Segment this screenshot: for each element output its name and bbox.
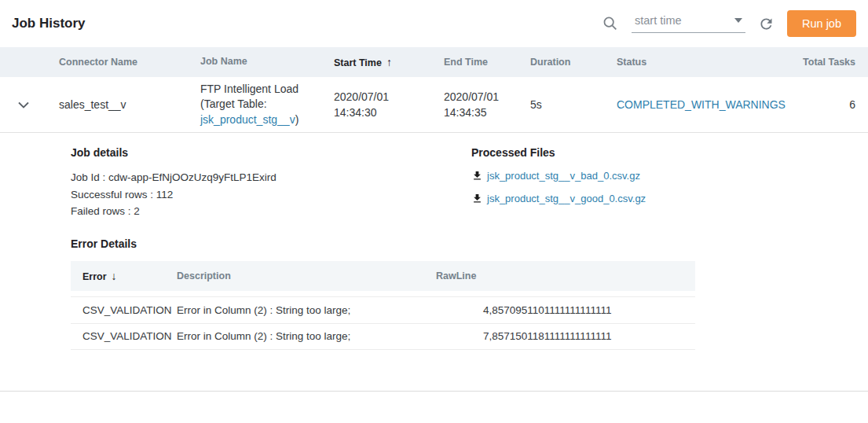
error-table-row: CSV_VALIDATION Error in Column (2) : Str… bbox=[71, 296, 695, 323]
sort-ascending-icon: ↑ bbox=[386, 56, 392, 68]
header-duration[interactable]: Duration bbox=[518, 57, 605, 68]
refresh-icon[interactable] bbox=[758, 16, 775, 32]
page-title: Job History bbox=[12, 16, 86, 31]
cell-total-tasks: 6 bbox=[786, 98, 868, 111]
cell-rawline: 7,8571501181111111111111 bbox=[420, 330, 695, 342]
jobs-table-header: Connector Name Job Name Start Time↑ End … bbox=[0, 47, 868, 77]
search-icon[interactable] bbox=[602, 15, 619, 32]
cell-error: CSV_VALIDATION bbox=[71, 330, 169, 342]
toolbar: start time Run job bbox=[602, 10, 856, 37]
error-details-title: Error Details bbox=[71, 237, 868, 250]
header-start-time[interactable]: Start Time↑ bbox=[322, 54, 432, 70]
status-link[interactable]: COMPLETED_WITH_WARNINGS bbox=[617, 98, 786, 111]
error-table-header: Error↓ Description RawLine bbox=[71, 261, 695, 291]
top-bar: Job History start time Run job bbox=[0, 0, 868, 47]
processed-files-title: Processed Files bbox=[471, 146, 646, 159]
cell-end-time: 2020/07/01 14:34:35 bbox=[432, 89, 518, 121]
file-link-row: jsk_product_stg__v_good_0.csv.gz bbox=[471, 193, 646, 204]
error-details-table: Error↓ Description RawLine CSV_VALIDATIO… bbox=[71, 261, 695, 350]
cell-description: Error in Column (2) : String too large; bbox=[169, 304, 420, 316]
bad-file-download-link[interactable]: jsk_product_stg__v_bad_0.csv.gz bbox=[487, 170, 640, 182]
failed-rows-line: Failed rows : 2 bbox=[71, 203, 868, 220]
job-details-lines: Job Id : cdw-app-EfNjOOzUzq9yFtLP1Exird … bbox=[71, 169, 868, 220]
header-job-name[interactable]: Job Name bbox=[189, 55, 322, 69]
end-date: 2020/07/01 bbox=[444, 89, 518, 105]
header-error-label: Error bbox=[82, 271, 107, 282]
header-end-time[interactable]: End Time bbox=[432, 55, 518, 69]
end-clock: 14:34:35 bbox=[444, 105, 518, 120]
successful-rows-line: Successful rows : 112 bbox=[71, 186, 868, 204]
header-total-tasks[interactable]: Total Tasks bbox=[786, 57, 868, 68]
run-job-button[interactable]: Run job bbox=[787, 10, 856, 37]
header-rawline[interactable]: RawLine bbox=[420, 270, 695, 281]
error-table-row: CSV_VALIDATION Error in Column (2) : Str… bbox=[71, 323, 695, 350]
cell-error: CSV_VALIDATION bbox=[71, 304, 169, 316]
expanded-detail-panel: Job details Job Id : cdw-app-EfNjOOzUzq9… bbox=[0, 133, 868, 220]
cell-connector-name: sales_test__v bbox=[47, 98, 189, 111]
job-id-line: Job Id : cdw-app-EfNjOOzUzq9yFtLP1Exird bbox=[71, 169, 868, 186]
collapse-row-chevron-icon[interactable] bbox=[17, 101, 30, 109]
chevron-down-icon bbox=[734, 18, 742, 23]
job-history-page: Job History start time Run job Connec bbox=[0, 0, 868, 423]
header-description[interactable]: Description bbox=[169, 270, 420, 281]
header-error[interactable]: Error↓ bbox=[71, 270, 169, 282]
job-row: sales_test__v FTP Intelligent Load (Targ… bbox=[0, 77, 868, 133]
download-icon bbox=[471, 193, 483, 204]
job-name-close: ) bbox=[295, 113, 299, 126]
filter-column-select[interactable]: start time bbox=[632, 14, 745, 33]
header-connector-name[interactable]: Connector Name bbox=[47, 57, 189, 68]
start-clock: 14:34:30 bbox=[334, 105, 432, 120]
cell-description: Error in Column (2) : String too large; bbox=[169, 330, 420, 342]
start-date: 2020/07/01 bbox=[334, 89, 432, 105]
header-status[interactable]: Status bbox=[605, 57, 786, 68]
bottom-divider bbox=[0, 391, 868, 392]
filter-select-value: start time bbox=[635, 14, 682, 27]
cell-start-time: 2020/07/01 14:34:30 bbox=[322, 89, 432, 121]
job-details-title: Job details bbox=[71, 146, 868, 159]
file-link-row: jsk_product_stg__v_bad_0.csv.gz bbox=[471, 170, 646, 182]
processed-files-section: Processed Files jsk_product_stg__v_bad_0… bbox=[471, 146, 646, 204]
job-name-text: FTP Intelligent Load (Target Table: bbox=[200, 83, 298, 111]
error-table-gap bbox=[71, 291, 695, 296]
cell-job-name: FTP Intelligent Load (Target Table: jsk_… bbox=[189, 82, 322, 128]
target-table-link[interactable]: jsk_product_stg__v bbox=[200, 113, 295, 126]
good-file-download-link[interactable]: jsk_product_stg__v_good_0.csv.gz bbox=[487, 193, 646, 204]
sort-descending-icon: ↓ bbox=[112, 270, 117, 282]
cell-duration: 5s bbox=[518, 98, 605, 111]
download-icon bbox=[471, 170, 483, 182]
header-start-time-label: Start Time bbox=[334, 57, 382, 68]
cell-rawline: 4,8570951101111111111111 bbox=[420, 304, 695, 316]
